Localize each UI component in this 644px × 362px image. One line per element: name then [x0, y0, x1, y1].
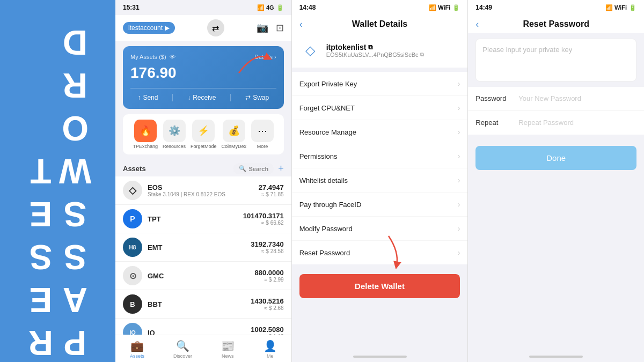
scan-icon[interactable]: ⊡ — [276, 22, 284, 34]
discover-nav-icon: 🔍 — [176, 339, 189, 352]
wallet-copy-icon[interactable]: ⧉ — [368, 43, 373, 51]
eos-icon: ◇ — [123, 181, 142, 200]
signal-1: 📶 4G — [257, 4, 274, 11]
token-list: ◇ EOS Stake 3.1049 | REX 0.8122 EOS 27.4… — [115, 176, 291, 335]
page-title-2: Wallet Details — [352, 19, 407, 29]
add-token-button[interactable]: + — [278, 163, 284, 174]
battery-1: 🔋 — [276, 4, 284, 11]
done-button[interactable]: Done — [475, 146, 636, 170]
private-key-input[interactable]: Please input your private key — [475, 39, 636, 82]
chevron-right-icon: › — [458, 176, 460, 184]
tpt-icon: P — [123, 209, 142, 228]
time-1: 15:31 — [123, 4, 140, 11]
nav-news[interactable]: 📰 News — [221, 339, 235, 359]
token-row-eos[interactable]: ◇ EOS Stake 3.1049 | REX 0.8122 EOS 27.4… — [115, 176, 291, 205]
new-password-input[interactable]: Your New Password — [518, 94, 581, 102]
bbt-icon: B — [123, 294, 142, 314]
status-bar-1: 15:31 📶 4G 🔋 — [115, 0, 291, 15]
bottom-nav: 💼 Assets 🔍 Discover 📰 News 👤 Me — [115, 335, 291, 362]
battery-3: 🔋 — [629, 4, 636, 11]
camera-icon[interactable]: 📷 — [257, 22, 268, 34]
header-icons: 📷 ⊡ — [257, 22, 284, 34]
assets-label: My Assets ($) — [130, 54, 166, 60]
nav-assets[interactable]: 💼 Assets — [130, 339, 144, 359]
background-text: RESET PASSWORD — [0, 0, 115, 362]
swap-button[interactable]: ⇄ Swap — [245, 94, 269, 101]
private-key-placeholder: Please input your private key — [482, 46, 572, 54]
emt-icon: H8 — [123, 238, 142, 257]
assets-section-header: Assets 🔍 Search + — [115, 159, 291, 176]
wallet-info: ◇ itptokenlist ⧉ EOS5tKuUaSLV...4PnQBG5s… — [292, 33, 468, 68]
app-tpexchang[interactable]: 🔥 TPExchang — [133, 120, 158, 149]
page-title-3: Reset Password — [523, 19, 589, 29]
phone1-header: itestaccount ▶ ⇄ 📷 ⊡ — [115, 15, 291, 41]
app-more[interactable]: ⋯ More — [251, 120, 274, 149]
delete-wallet-button[interactable]: Delete Wallet — [299, 274, 460, 298]
account-button[interactable]: itestaccount ▶ — [123, 22, 175, 34]
chevron-right-icon: › — [458, 200, 460, 209]
app-forgetmode[interactable]: ⚡ ForgetMode — [191, 120, 217, 149]
menu-permissions[interactable]: Permissions › — [292, 144, 468, 168]
back-button-2[interactable]: ‹ — [299, 19, 303, 30]
token-row-bbt[interactable]: B BBT 1430.5216 ≈ $ 2.66 — [115, 290, 291, 319]
phone3-screen: 14:49 📶 WiFi 🔋 ‹ Reset Password Please i… — [467, 0, 644, 362]
chevron-right-icon: › — [458, 248, 460, 257]
token-row-emt[interactable]: H8 EMT 3192.7340 ≈ $ 28.56 — [115, 233, 291, 262]
chevron-right-icon: › — [458, 104, 460, 112]
token-row-iq[interactable]: IQ IQ 1002.5080 ≈ $ 1.13 — [115, 319, 291, 335]
menu-faceid[interactable]: Pay through FaceID › — [292, 193, 468, 217]
arrow-to-details — [233, 46, 276, 76]
app-coinmydex[interactable]: 💰 CoinMyDex — [222, 120, 247, 149]
token-row-tpt[interactable]: P TPT 101470.3171 ≈ $ 66.62 — [115, 205, 291, 233]
assets-nav-icon: 💼 — [130, 339, 144, 352]
phone2-header: ‹ Wallet Details — [292, 15, 468, 33]
time-2: 14:48 — [299, 4, 316, 11]
phone1-screen: 15:31 📶 4G 🔋 itestaccount ▶ ⇄ 📷 ⊡ My Ass… — [115, 0, 291, 362]
status-bar-3: 14:49 📶 WiFi 🔋 — [468, 0, 644, 15]
signal-3: 📶 WiFi — [605, 4, 627, 11]
search-icon: 🔍 — [239, 165, 246, 172]
time-3: 14:49 — [475, 4, 492, 11]
eye-icon[interactable]: 👁 — [170, 54, 175, 60]
phone2-screen: 14:48 📶 WiFi 🔋 ‹ Wallet Details ◇ itptok… — [291, 0, 468, 362]
repeat-password-input[interactable]: Repeat Password — [518, 119, 574, 127]
repeat-password-row: Repeat Repeat Password — [468, 111, 644, 134]
home-indicator-3 — [468, 351, 644, 362]
addr-copy-icon[interactable]: ⧉ — [420, 51, 424, 58]
menu-forget-cpu[interactable]: Forget CPU&NET › — [292, 96, 468, 120]
nav-me[interactable]: 👤 Me — [264, 339, 277, 359]
wallet-diamond-icon: ◇ — [299, 40, 321, 61]
new-password-row: Password Your New Password — [468, 87, 644, 110]
back-button-3[interactable]: ‹ — [475, 19, 479, 30]
gmc-icon: ⊙ — [123, 266, 142, 285]
menu-export-key[interactable]: Export Private Key › — [292, 72, 468, 96]
chevron-right-icon: › — [458, 152, 460, 160]
news-nav-icon: 📰 — [221, 339, 235, 352]
chevron-right-icon: › — [458, 224, 460, 233]
token-row-gmc[interactable]: ⊙ GMC 880.0000 ≈ $ 2.99 — [115, 262, 291, 290]
battery-2: 🔋 — [452, 4, 460, 11]
assets-card: My Assets ($) 👁 Details › 176.90 — [123, 46, 284, 109]
chevron-right-icon: › — [458, 128, 460, 136]
password-form: Password Your New Password Repeat Repeat… — [468, 87, 644, 135]
receive-button[interactable]: ↓ Receive — [187, 94, 216, 101]
menu-whitelist[interactable]: Whitelist details › — [292, 168, 468, 193]
menu-modify-password[interactable]: Modify Password › — [292, 217, 468, 241]
app-resources[interactable]: ⚙️ Resources — [163, 120, 186, 149]
send-button[interactable]: ↑ Send — [137, 94, 158, 101]
menu-reset-password[interactable]: Reset Password › — [292, 241, 468, 264]
menu-resource[interactable]: Resource Manage › — [292, 120, 468, 144]
status-bar-2: 14:48 📶 WiFi 🔋 — [292, 0, 468, 15]
iq-icon: IQ — [123, 323, 142, 335]
me-nav-icon: 👤 — [264, 339, 277, 352]
search-input[interactable]: 🔍 Search — [233, 163, 274, 174]
chevron-right-icon: › — [458, 79, 460, 88]
nav-discover[interactable]: 🔍 Discover — [173, 339, 192, 359]
home-indicator-2 — [292, 351, 468, 362]
wallet-menu: Export Private Key › Forget CPU&NET › Re… — [292, 72, 468, 264]
signal-2: 📶 WiFi — [429, 4, 450, 11]
phone3-header: ‹ Reset Password — [468, 15, 644, 33]
swap-icon[interactable]: ⇄ — [207, 19, 224, 36]
app-icons-bar: 🔥 TPExchang ⚙️ Resources ⚡ ForgetMode 💰 … — [123, 114, 284, 154]
